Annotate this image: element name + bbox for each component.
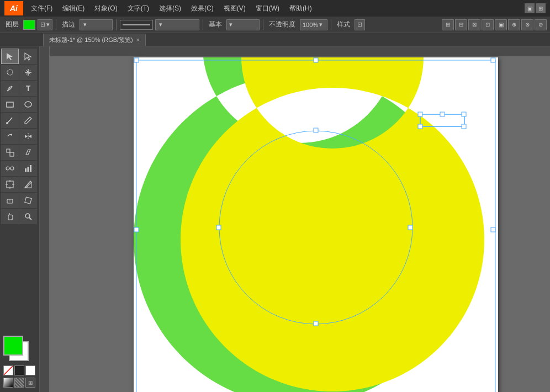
pattern-swatch[interactable] <box>14 378 24 388</box>
tab-title: 未标题-1* @ 150% (RGB/预览) <box>49 36 133 44</box>
tb-icon-2[interactable]: ⊟ <box>455 19 467 30</box>
svg-rect-32 <box>40 46 550 56</box>
brush-tool[interactable] <box>1 113 19 128</box>
menu-bar: 文件(F) 编辑(E) 对象(O) 文字(T) 选择(S) 效果(C) 视图(V… <box>27 2 521 15</box>
sep5 <box>331 19 331 30</box>
artboard-swatch[interactable]: ⊞ <box>25 378 35 388</box>
menu-select[interactable]: 选择(S) <box>155 2 186 15</box>
menu-edit[interactable]: 编辑(E) <box>58 2 89 15</box>
ruler-vertical <box>40 46 50 392</box>
color-area: ⊞ <box>1 333 38 390</box>
slice-tool[interactable] <box>19 177 37 192</box>
foreground-color-swatch[interactable] <box>3 336 23 356</box>
layer-options-btn[interactable]: ⊡ ▾ <box>38 19 52 30</box>
stroke-chevron: ▾ <box>83 21 87 28</box>
menu-view[interactable]: 视图(V) <box>219 2 250 15</box>
stroke-dropdown[interactable]: ▾ <box>80 19 113 30</box>
white-swatch[interactable] <box>25 365 35 375</box>
direct-select-tool[interactable] <box>19 49 37 64</box>
stroke-style-chevron: ▾ <box>159 21 162 28</box>
menu-object[interactable]: 对象(O) <box>90 2 121 15</box>
svg-rect-50 <box>462 112 466 116</box>
title-bar: Ai 文件(F) 编辑(E) 对象(O) 文字(T) 选择(S) 效果(C) 视… <box>0 0 550 17</box>
tb-icon-6[interactable]: ⊕ <box>508 19 520 30</box>
svg-rect-6 <box>7 102 13 107</box>
left-toolbar: T <box>0 46 40 392</box>
svg-rect-45 <box>408 225 412 230</box>
reflect-tool[interactable] <box>19 129 37 144</box>
stroke-style-dropdown[interactable]: ▾ <box>155 19 199 30</box>
svg-rect-11 <box>10 152 14 156</box>
menu-text[interactable]: 文字(T) <box>123 2 154 15</box>
blend-tool[interactable] <box>1 161 19 176</box>
gradient-swatch[interactable] <box>3 378 13 388</box>
opacity-dropdown[interactable]: 100% ▾ <box>300 19 327 30</box>
pencil-tool[interactable] <box>19 113 37 128</box>
artboard-tool[interactable] <box>1 177 19 192</box>
artwork-svg <box>134 57 498 392</box>
canvas-area[interactable]: /* ticks */ <box>40 46 550 392</box>
tb-icon-8[interactable]: ⊘ <box>535 19 547 30</box>
stroke-preview <box>120 20 153 30</box>
tool-row-6 <box>1 129 38 144</box>
none-swatch[interactable] <box>3 365 13 375</box>
tb-icon-4[interactable]: ⊡ <box>482 19 494 30</box>
svg-line-31 <box>4 366 13 375</box>
options-toolbar: 图层 ⊡ ▾ 描边 ▾ ▾ 基本 ▾ 不透明度 100% ▾ 样式 ⊡ ⊞ ⊟ … <box>0 17 550 33</box>
rotate-tool[interactable] <box>1 129 19 144</box>
black-swatch[interactable] <box>14 365 24 375</box>
svg-rect-36 <box>491 58 495 62</box>
pen-tool[interactable] <box>1 81 19 96</box>
ruler-horizontal: /* ticks */ <box>40 46 550 56</box>
tb-icon-5[interactable]: ▣ <box>495 19 507 30</box>
tool-row-7 <box>1 145 38 160</box>
chart-tool[interactable] <box>19 161 37 176</box>
layer-chevron: ▾ <box>46 21 50 28</box>
ellipse-tool[interactable] <box>19 97 37 112</box>
sep2 <box>116 19 117 30</box>
sep1 <box>56 19 56 30</box>
extra-swatches: ⊞ <box>3 378 36 388</box>
sep3 <box>203 19 203 30</box>
svg-rect-48 <box>418 112 422 116</box>
svg-rect-25 <box>7 199 13 203</box>
svg-rect-37 <box>134 227 139 232</box>
hand-tool[interactable] <box>1 209 19 224</box>
menu-window[interactable]: 窗口(W) <box>251 2 284 15</box>
select-tool[interactable] <box>1 49 19 64</box>
zoom-tool[interactable] <box>19 209 37 224</box>
free-transform-tool[interactable] <box>19 193 37 208</box>
menu-effect[interactable]: 效果(C) <box>187 2 218 15</box>
menu-file[interactable]: 文件(F) <box>27 2 57 15</box>
tab-close-btn[interactable]: × <box>136 37 140 43</box>
basic-label: 基本 <box>207 20 224 29</box>
layer-color-swatch[interactable] <box>23 20 35 30</box>
rect-tool[interactable] <box>1 97 19 112</box>
text-tool[interactable]: T <box>19 81 37 96</box>
basic-dropdown[interactable]: ▾ <box>226 19 260 30</box>
lasso-tool[interactable] <box>1 65 19 80</box>
tb-icon-7[interactable]: ⊗ <box>521 19 533 30</box>
menu-help[interactable]: 帮助(H) <box>285 2 316 15</box>
window-btn-1[interactable]: ▣ <box>525 3 535 13</box>
svg-rect-38 <box>491 227 495 232</box>
shear-tool[interactable] <box>19 145 37 160</box>
svg-point-13 <box>10 167 14 170</box>
style-btn[interactable]: ⊡ <box>355 19 365 30</box>
tb-icon-3[interactable]: ⊠ <box>468 19 480 30</box>
opacity-label: 不透明度 <box>267 20 298 29</box>
opacity-chevron: ▾ <box>319 21 322 28</box>
document-tab[interactable]: 未标题-1* @ 150% (RGB/预览) × <box>43 34 146 46</box>
tb-icon-1[interactable]: ⊞ <box>442 19 454 30</box>
tool-row-3: T <box>1 81 38 96</box>
magic-wand-tool[interactable] <box>19 65 37 80</box>
layer-label: 图层 <box>3 20 21 29</box>
svg-rect-34 <box>134 58 139 62</box>
color-swatches <box>3 336 39 363</box>
eraser-tool[interactable] <box>1 193 19 208</box>
scale-tool[interactable] <box>1 145 19 160</box>
window-btn-2[interactable]: ⊞ <box>536 3 546 13</box>
stroke-label: 描边 <box>60 20 77 29</box>
svg-point-5 <box>9 87 10 89</box>
sep4 <box>263 19 263 30</box>
